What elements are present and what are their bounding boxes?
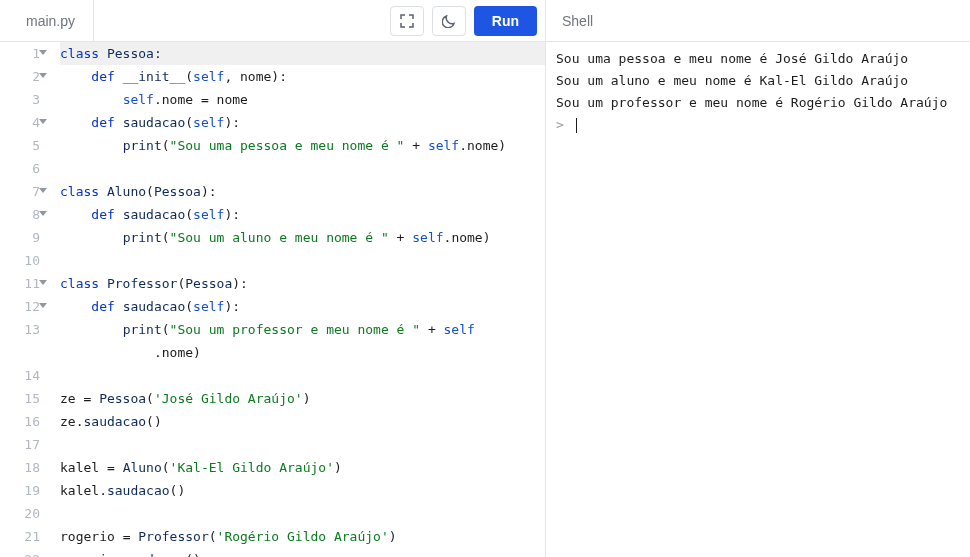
line-number: 21 — [0, 525, 40, 548]
theme-button[interactable] — [432, 6, 466, 36]
line-number: 9 — [0, 226, 40, 249]
code-line[interactable]: class Professor(Pessoa): — [60, 272, 545, 295]
line-number: 19 — [0, 479, 40, 502]
run-button[interactable]: Run — [474, 6, 537, 36]
code-editor[interactable]: 12345678910111213141516171819202122 clas… — [0, 42, 545, 557]
code-area[interactable]: class Pessoa: def __init__(self, nome): … — [48, 42, 545, 557]
line-number: 8 — [0, 203, 40, 226]
code-line[interactable]: def __init__(self, nome): — [60, 65, 545, 88]
code-line[interactable]: class Pessoa: — [60, 42, 545, 65]
line-number — [0, 341, 40, 364]
code-line[interactable] — [60, 249, 545, 272]
line-number: 2 — [0, 65, 40, 88]
shell-cursor — [576, 118, 577, 133]
shell-line: Sou uma pessoa e meu nome é José Gildo A… — [556, 48, 960, 70]
shell-prompt-line[interactable]: > — [556, 114, 960, 136]
line-number: 17 — [0, 433, 40, 456]
line-number: 15 — [0, 387, 40, 410]
moon-icon — [442, 14, 456, 28]
line-number: 22 — [0, 548, 40, 557]
code-line[interactable] — [60, 157, 545, 180]
code-line[interactable]: def saudacao(self): — [60, 295, 545, 318]
code-line[interactable]: self.nome = nome — [60, 88, 545, 111]
line-number: 16 — [0, 410, 40, 433]
code-line[interactable] — [60, 502, 545, 525]
line-number: 3 — [0, 88, 40, 111]
code-line[interactable] — [60, 364, 545, 387]
code-line[interactable]: def saudacao(self): — [60, 203, 545, 226]
line-number: 13 — [0, 318, 40, 341]
line-gutter: 12345678910111213141516171819202122 — [0, 42, 48, 557]
line-number: 12 — [0, 295, 40, 318]
code-line[interactable]: print("Sou uma pessoa e meu nome é " + s… — [60, 134, 545, 157]
code-line[interactable] — [60, 433, 545, 456]
line-number: 14 — [0, 364, 40, 387]
line-number: 10 — [0, 249, 40, 272]
line-number: 5 — [0, 134, 40, 157]
code-line[interactable]: rogerio = Professor('Rogério Gildo Araúj… — [60, 525, 545, 548]
app-root: main.py Run 1234567891011121314151617181… — [0, 0, 970, 557]
editor-toolbar: main.py Run — [0, 0, 545, 42]
line-number: 7 — [0, 180, 40, 203]
editor-pane: main.py Run 1234567891011121314151617181… — [0, 0, 546, 557]
shell-line: Sou um aluno e meu nome é Kal-El Gildo A… — [556, 70, 960, 92]
shell-line: Sou um professor e meu nome é Rogério Gi… — [556, 92, 960, 114]
fullscreen-button[interactable] — [390, 6, 424, 36]
shell-prompt: > — [556, 117, 572, 132]
line-number: 6 — [0, 157, 40, 180]
line-number: 20 — [0, 502, 40, 525]
code-line[interactable]: print("Sou um aluno e meu nome é " + sel… — [60, 226, 545, 249]
code-line[interactable]: ze = Pessoa('José Gildo Araújo') — [60, 387, 545, 410]
line-number: 4 — [0, 111, 40, 134]
line-number: 1 — [0, 42, 40, 65]
shell-pane: Shell Sou uma pessoa e meu nome é José G… — [546, 0, 970, 557]
code-line[interactable]: class Aluno(Pessoa): — [60, 180, 545, 203]
line-number: 11 — [0, 272, 40, 295]
file-tab[interactable]: main.py — [8, 0, 94, 41]
fullscreen-icon — [400, 14, 414, 28]
shell-tab[interactable]: Shell — [546, 0, 970, 42]
code-line[interactable]: kalel.saudacao() — [60, 479, 545, 502]
line-number: 18 — [0, 456, 40, 479]
code-line[interactable]: print("Sou um professor e meu nome é " +… — [60, 318, 545, 341]
code-line[interactable]: rogerio.saudacao() — [60, 548, 545, 557]
code-line[interactable]: def saudacao(self): — [60, 111, 545, 134]
code-line[interactable]: kalel = Aluno('Kal-El Gildo Araújo') — [60, 456, 545, 479]
code-line[interactable]: .nome) — [60, 341, 545, 364]
shell-output[interactable]: Sou uma pessoa e meu nome é José Gildo A… — [546, 42, 970, 557]
code-line[interactable]: ze.saudacao() — [60, 410, 545, 433]
